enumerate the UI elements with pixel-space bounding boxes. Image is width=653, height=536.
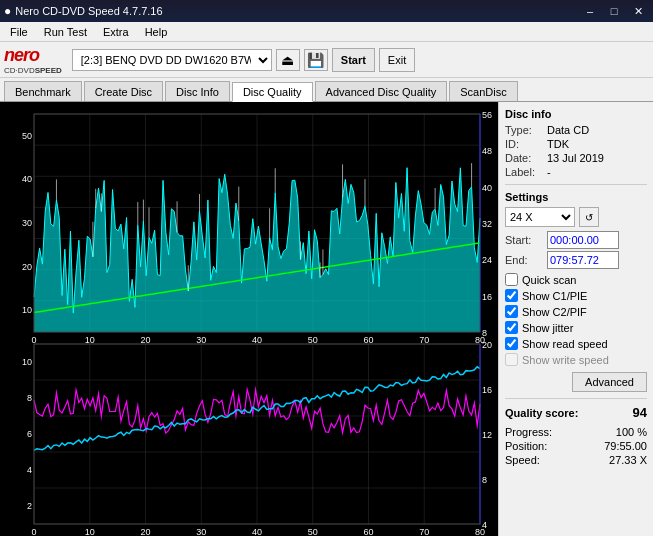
tab-create-disc[interactable]: Create Disc bbox=[84, 81, 163, 101]
divider-1 bbox=[505, 184, 647, 185]
start-time-input[interactable]: 000:00.00 bbox=[547, 231, 619, 249]
save-button[interactable]: 💾 bbox=[304, 49, 328, 71]
show-c1pie-row: Show C1/PIE bbox=[505, 289, 647, 302]
tabs: Benchmark Create Disc Disc Info Disc Qua… bbox=[0, 78, 653, 102]
close-button[interactable]: ✕ bbox=[627, 3, 649, 19]
nero-logo-sub: CD·DVDSPEED bbox=[4, 66, 62, 75]
end-time-label: End: bbox=[505, 254, 543, 266]
divider-2 bbox=[505, 398, 647, 399]
disc-id-row: ID: TDK bbox=[505, 138, 647, 150]
disc-label-row: Label: - bbox=[505, 166, 647, 178]
toolbar: nero CD·DVDSPEED [2:3] BENQ DVD DD DW162… bbox=[0, 42, 653, 78]
show-write-label: Show write speed bbox=[522, 354, 609, 366]
end-time-input[interactable]: 079:57.72 bbox=[547, 251, 619, 269]
show-c2pif-checkbox[interactable] bbox=[505, 305, 518, 318]
main-content: Disc info Type: Data CD ID: TDK Date: 13… bbox=[0, 102, 653, 536]
speed-row-progress: Speed: 27.33 X bbox=[505, 454, 647, 466]
speed-label: Speed: bbox=[505, 454, 540, 466]
quick-scan-row: Quick scan bbox=[505, 273, 647, 286]
start-time-row: Start: 000:00.00 bbox=[505, 231, 647, 249]
tab-benchmark[interactable]: Benchmark bbox=[4, 81, 82, 101]
speed-row: 24 X Max 4 X 8 X 16 X 32 X 40 X 48 X ↺ bbox=[505, 207, 647, 227]
settings-title: Settings bbox=[505, 191, 647, 203]
tab-disc-quality[interactable]: Disc Quality bbox=[232, 82, 313, 102]
disc-type-value: Data CD bbox=[547, 124, 589, 136]
chart-canvas bbox=[4, 106, 498, 536]
menu-bar: File Run Test Extra Help bbox=[0, 22, 653, 42]
end-time-row: End: 079:57.72 bbox=[505, 251, 647, 269]
progress-section: Progress: 100 % Position: 79:55.00 Speed… bbox=[505, 426, 647, 466]
nero-logo-text: nero bbox=[4, 45, 62, 66]
exit-button[interactable]: Exit bbox=[379, 48, 415, 72]
quality-score-row: Quality score: 94 bbox=[505, 405, 647, 420]
position-value: 79:55.00 bbox=[604, 440, 647, 452]
quality-score-value: 94 bbox=[633, 405, 647, 420]
drive-combo[interactable]: [2:3] BENQ DVD DD DW1620 B7W9 bbox=[72, 49, 272, 71]
nero-logo: nero CD·DVDSPEED bbox=[4, 45, 62, 75]
disc-info-title: Disc info bbox=[505, 108, 647, 120]
title-bar-controls: – □ ✕ bbox=[579, 3, 649, 19]
start-time-label: Start: bbox=[505, 234, 543, 246]
eject-button[interactable]: ⏏ bbox=[276, 49, 300, 71]
disc-date-row: Date: 13 Jul 2019 bbox=[505, 152, 647, 164]
quick-scan-label: Quick scan bbox=[522, 274, 576, 286]
progress-row: Progress: 100 % bbox=[505, 426, 647, 438]
show-c2pif-label: Show C2/PIF bbox=[522, 306, 587, 318]
show-read-checkbox[interactable] bbox=[505, 337, 518, 350]
show-c1pie-label: Show C1/PIE bbox=[522, 290, 587, 302]
show-jitter-checkbox[interactable] bbox=[505, 321, 518, 334]
menu-help[interactable]: Help bbox=[137, 24, 176, 40]
side-panel: Disc info Type: Data CD ID: TDK Date: 13… bbox=[498, 102, 653, 536]
show-read-row: Show read speed bbox=[505, 337, 647, 350]
tab-advanced-disc-quality[interactable]: Advanced Disc Quality bbox=[315, 81, 448, 101]
menu-file[interactable]: File bbox=[2, 24, 36, 40]
progress-label: Progress: bbox=[505, 426, 552, 438]
app-title: Nero CD-DVD Speed 4.7.7.16 bbox=[15, 5, 162, 17]
chart-area bbox=[0, 102, 498, 536]
menu-run-test[interactable]: Run Test bbox=[36, 24, 95, 40]
minimize-button[interactable]: – bbox=[579, 3, 601, 19]
disc-date-label: Date: bbox=[505, 152, 543, 164]
speed-combo[interactable]: 24 X Max 4 X 8 X 16 X 32 X 40 X 48 X bbox=[505, 207, 575, 227]
disc-label-value: - bbox=[547, 166, 551, 178]
progress-value: 100 % bbox=[616, 426, 647, 438]
title-bar: ● Nero CD-DVD Speed 4.7.7.16 – □ ✕ bbox=[0, 0, 653, 22]
disc-type-label: Type: bbox=[505, 124, 543, 136]
disc-type-row: Type: Data CD bbox=[505, 124, 647, 136]
disc-id-value: TDK bbox=[547, 138, 569, 150]
refresh-button[interactable]: ↺ bbox=[579, 207, 599, 227]
show-c1pie-checkbox[interactable] bbox=[505, 289, 518, 302]
quality-score-label: Quality score: bbox=[505, 407, 578, 419]
position-row: Position: 79:55.00 bbox=[505, 440, 647, 452]
show-jitter-row: Show jitter bbox=[505, 321, 647, 334]
show-jitter-label: Show jitter bbox=[522, 322, 573, 334]
maximize-button[interactable]: □ bbox=[603, 3, 625, 19]
show-read-label: Show read speed bbox=[522, 338, 608, 350]
advanced-button[interactable]: Advanced bbox=[572, 372, 647, 392]
title-bar-left: ● Nero CD-DVD Speed 4.7.7.16 bbox=[4, 4, 163, 18]
disc-id-label: ID: bbox=[505, 138, 543, 150]
start-button[interactable]: Start bbox=[332, 48, 375, 72]
show-c2pif-row: Show C2/PIF bbox=[505, 305, 647, 318]
speed-value: 27.33 X bbox=[609, 454, 647, 466]
app-icon: ● bbox=[4, 4, 11, 18]
quick-scan-checkbox[interactable] bbox=[505, 273, 518, 286]
drive-selector: [2:3] BENQ DVD DD DW1620 B7W9 bbox=[72, 49, 272, 71]
tab-scandisc[interactable]: ScanDisc bbox=[449, 81, 517, 101]
menu-extra[interactable]: Extra bbox=[95, 24, 137, 40]
tab-disc-info[interactable]: Disc Info bbox=[165, 81, 230, 101]
show-write-row: Show write speed bbox=[505, 353, 647, 366]
show-write-checkbox[interactable] bbox=[505, 353, 518, 366]
position-label: Position: bbox=[505, 440, 547, 452]
disc-date-value: 13 Jul 2019 bbox=[547, 152, 604, 164]
disc-label-label: Label: bbox=[505, 166, 543, 178]
